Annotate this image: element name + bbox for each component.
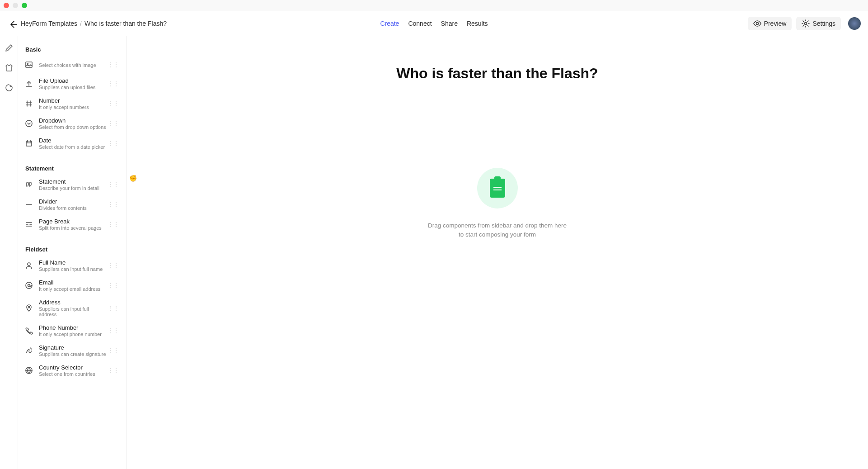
component-phone[interactable]: Phone NumberIt only accept phone number … — [18, 321, 126, 341]
app-header: HeyForm Templates / Who is faster than t… — [0, 11, 868, 36]
component-number[interactable]: NumberIt only accept numbers ⋮⋮ — [18, 94, 126, 114]
group-fieldset: Fieldset — [18, 242, 126, 256]
group-basic: Basic — [18, 42, 126, 56]
drag-handle-icon[interactable]: ⋮⋮ — [106, 262, 121, 269]
item-title: Number — [39, 97, 106, 104]
shirt-icon — [5, 64, 13, 72]
gear-icon — [802, 19, 810, 28]
rail-edit[interactable] — [4, 43, 14, 53]
drag-handle-icon[interactable]: ⋮⋮ — [106, 327, 121, 334]
arrow-left-icon — [9, 19, 17, 28]
component-signature[interactable]: SignatureSuppliers can create signature … — [18, 341, 126, 360]
svg-point-9 — [28, 306, 30, 308]
window-titlebar — [0, 0, 868, 11]
quote-icon — [25, 180, 33, 189]
header-actions: Preview Settings — [748, 17, 861, 30]
preview-button[interactable]: Preview — [748, 17, 792, 30]
component-sidebar: Basic Select choices with image ⋮⋮ File … — [18, 36, 127, 469]
svg-point-4 — [26, 120, 32, 127]
svg-point-0 — [756, 22, 758, 24]
item-desc: Divides form contents — [39, 205, 106, 211]
close-window-icon[interactable] — [4, 3, 9, 8]
item-title: Dropdown — [39, 117, 106, 124]
item-desc: It only accept phone number — [39, 332, 106, 337]
pencil-icon — [5, 44, 13, 52]
item-desc: Suppliers can upload files — [39, 85, 106, 90]
component-country[interactable]: Country SelectorSelect one from countrie… — [18, 360, 126, 380]
at-icon — [25, 281, 33, 289]
signature-icon — [25, 346, 33, 355]
preview-label: Preview — [764, 20, 787, 27]
drag-handle-icon[interactable]: ⋮⋮ — [106, 120, 121, 127]
item-desc: Describe your form in detail — [39, 185, 106, 191]
component-divider[interactable]: DividerDivides form contents ⋮⋮ — [18, 194, 126, 214]
empty-state: Drag components from sidebar and drop th… — [425, 168, 570, 240]
component-full-name[interactable]: Full NameSuppliers can input full name ⋮… — [18, 256, 126, 275]
component-date[interactable]: DateSelect date from a date picker ⋮⋮ — [18, 133, 126, 153]
item-title: Signature — [39, 344, 106, 351]
breadcrumb-separator: / — [80, 20, 82, 27]
drag-handle-icon[interactable]: ⋮⋮ — [106, 282, 121, 289]
item-desc: Suppliers can create signature — [39, 351, 106, 357]
person-icon — [25, 261, 33, 270]
item-title: Country Selector — [39, 364, 106, 371]
component-email[interactable]: EmailIt only accept email address ⋮⋮ — [18, 275, 126, 295]
item-desc: Select one from countries — [39, 371, 106, 377]
hash-icon — [25, 99, 33, 108]
item-title: Page Break — [39, 218, 106, 225]
phone-icon — [25, 327, 33, 335]
drag-handle-icon[interactable]: ⋮⋮ — [106, 100, 121, 107]
tab-create[interactable]: Create — [380, 20, 399, 27]
maximize-window-icon[interactable] — [22, 3, 27, 8]
form-canvas[interactable]: Who is faster than the Flash? Drag compo… — [127, 36, 868, 469]
drag-handle-icon[interactable]: ⋮⋮ — [106, 62, 121, 68]
settings-label: Settings — [812, 20, 835, 27]
clipboard-icon — [477, 168, 518, 208]
avatar[interactable] — [848, 17, 861, 30]
tab-share[interactable]: Share — [441, 20, 458, 27]
tab-results[interactable]: Results — [467, 20, 488, 27]
pin-icon — [25, 304, 33, 312]
item-desc: Suppliers can input full address — [39, 306, 106, 317]
item-desc: Select choices with image — [39, 62, 106, 68]
svg-rect-5 — [26, 141, 32, 146]
drag-handle-icon[interactable]: ⋮⋮ — [106, 305, 121, 311]
rail-design[interactable] — [4, 62, 14, 73]
svg-point-6 — [28, 263, 30, 265]
component-statement[interactable]: StatementDescribe your form in detail ⋮⋮ — [18, 175, 126, 194]
item-title: Date — [39, 137, 106, 144]
component-dropdown[interactable]: DropdownSelect from drop down options ⋮⋮ — [18, 114, 126, 133]
settings-button[interactable]: Settings — [796, 17, 841, 30]
component-image-choice[interactable]: Select choices with image ⋮⋮ — [18, 56, 126, 74]
item-title: Full Name — [39, 259, 106, 266]
breadcrumb-root[interactable]: HeyForm Templates — [21, 20, 77, 27]
component-file-upload[interactable]: File UploadSuppliers can upload files ⋮⋮ — [18, 74, 126, 94]
drag-handle-icon[interactable]: ⋮⋮ — [106, 140, 121, 147]
item-desc: Select date from a date picker — [39, 144, 106, 150]
swirl-icon — [5, 84, 13, 92]
drag-handle-icon[interactable]: ⋮⋮ — [106, 81, 121, 87]
svg-point-3 — [27, 63, 28, 64]
minimize-window-icon[interactable] — [13, 3, 18, 8]
component-address[interactable]: AddressSuppliers can input full address … — [18, 295, 126, 321]
item-desc: Suppliers can input full name — [39, 266, 106, 272]
rail-logic[interactable] — [4, 82, 14, 93]
tab-connect[interactable]: Connect — [408, 20, 432, 27]
breadcrumb: HeyForm Templates / Who is faster than t… — [21, 20, 167, 27]
form-title[interactable]: Who is faster than the Flash? — [396, 65, 598, 82]
main-tabs: Create Connect Share Results — [380, 20, 488, 27]
breadcrumb-current: Who is faster than the Flash? — [84, 20, 167, 27]
component-page-break[interactable]: Page BreakSplit form into several pages … — [18, 214, 126, 234]
item-title: Email — [39, 279, 106, 286]
calendar-icon — [25, 139, 33, 147]
drag-handle-icon[interactable]: ⋮⋮ — [106, 201, 121, 208]
divider-icon — [25, 200, 33, 208]
drag-handle-icon[interactable]: ⋮⋮ — [106, 367, 121, 374]
drag-handle-icon[interactable]: ⋮⋮ — [106, 181, 121, 188]
drag-handle-icon[interactable]: ⋮⋮ — [106, 347, 121, 354]
item-desc: It only accept numbers — [39, 104, 106, 110]
item-desc: Split form into several pages — [39, 225, 106, 231]
drag-handle-icon[interactable]: ⋮⋮ — [106, 221, 121, 227]
svg-point-1 — [805, 22, 807, 24]
back-button[interactable] — [7, 18, 18, 29]
